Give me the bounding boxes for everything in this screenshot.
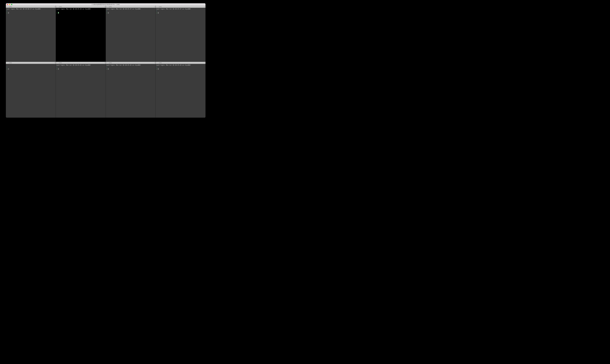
close-tab-icon[interactable]: × xyxy=(106,6,107,7)
tab-strip: × ~ (zsh) ≡ xyxy=(106,6,156,8)
tab-label[interactable]: ~ (zsh) xyxy=(108,6,112,7)
cursor-icon xyxy=(58,12,59,13)
close-tab-icon[interactable]: × xyxy=(56,62,57,63)
tab-strip: × ~ (zsh) ≡ xyxy=(156,62,205,64)
tab-strip: × ~ (zsh) ≡ xyxy=(156,6,205,8)
prompt-tilde: ~ xyxy=(6,10,7,12)
traffic-lights xyxy=(6,4,12,5)
prompt-arrow: → xyxy=(6,12,7,14)
tab-label[interactable]: ~ (zsh) xyxy=(8,62,12,64)
close-tab-icon[interactable]: × xyxy=(156,6,157,7)
login-line: Last login: Mon Jul 30 20:25:42 on ttys0… xyxy=(106,64,141,66)
login-line: Last login: Mon Jul 30 20:25:47 on ttys0… xyxy=(106,8,141,10)
tab-menu-icon[interactable]: ≡ xyxy=(104,6,105,8)
prompt-arrow: → xyxy=(156,12,157,14)
tab-label[interactable]: ~ (zsh) xyxy=(158,62,162,64)
login-line: Last login: Mon Jul 30 20:25:47 on ttys0… xyxy=(156,8,190,10)
cursor-icon xyxy=(108,68,109,70)
terminal-pane-active[interactable]: × ~ (zsh) ≡ Last login: Mon Jul 30 20:25… xyxy=(56,6,106,62)
prompt-tilde: ~ xyxy=(156,66,157,68)
tab-menu-icon[interactable]: ≡ xyxy=(154,62,155,64)
tab-label[interactable]: ~ (zsh) xyxy=(58,6,62,7)
terminal-body[interactable]: Last login: Mon Jul 30 20:25:44 on ttys0… xyxy=(56,8,106,62)
tab-label[interactable]: ~ (zsh) xyxy=(8,6,12,7)
cursor-icon xyxy=(8,12,9,13)
close-tab-icon[interactable]: × xyxy=(56,6,57,7)
prompt-tilde: ~ xyxy=(106,66,107,68)
close-tab-icon[interactable]: × xyxy=(6,6,8,7)
prompt-arrow: → xyxy=(56,68,57,70)
tab-menu-icon[interactable]: ≡ xyxy=(154,6,155,8)
terminal-window: 2. alisonspittel@Alisons-MacBook-Pro: ~ … xyxy=(6,3,205,118)
prompt-arrow: → xyxy=(106,12,107,14)
prompt-arrow: → xyxy=(56,12,57,14)
close-icon[interactable] xyxy=(7,4,8,5)
tab-strip: × ~ (zsh) ≡ xyxy=(6,62,56,64)
terminal-body[interactable]: Last login: Mon Jul 30 20:25:47 on ttys0… xyxy=(106,8,156,62)
minimize-icon[interactable] xyxy=(9,4,10,5)
tab-label[interactable]: ~ (zsh) xyxy=(158,6,162,7)
terminal-pane[interactable]: × ~ (zsh) ≡ ~ → xyxy=(6,62,56,118)
terminal-pane[interactable]: × ~ (zsh) ≡ Last login: Mon Jul 30 19:50… xyxy=(6,6,56,62)
login-line: Last login: Mon Jul 30 20:25:41 on ttys0… xyxy=(56,64,91,66)
terminal-body[interactable]: Last login: Mon Jul 30 20:25:42 on ttys0… xyxy=(106,64,156,118)
terminal-body[interactable]: Last login: Mon Jul 30 19:50:17 on ttys0… xyxy=(6,8,56,62)
terminal-pane[interactable]: × ~ (zsh) ≡ Last login: Mon Jul 30 20:25… xyxy=(56,62,106,118)
prompt-tilde: ~ xyxy=(56,10,57,12)
tab-menu-icon[interactable]: ≡ xyxy=(54,62,55,64)
prompt-arrow: → xyxy=(106,68,107,70)
cursor-icon xyxy=(108,12,109,13)
tab-menu-icon[interactable]: ≡ xyxy=(54,6,55,8)
login-line: Last login: Mon Jul 30 19:50:17 on ttys0… xyxy=(6,8,41,10)
cursor-icon xyxy=(58,68,59,70)
terminal-pane[interactable]: × ~ (zsh) ≡ Last login: Mon Jul 30 20:25… xyxy=(156,6,205,62)
close-tab-icon[interactable]: × xyxy=(156,62,157,63)
tab-label[interactable]: ~ (zsh) xyxy=(108,62,112,64)
prompt-tilde: ~ xyxy=(56,66,57,68)
terminal-body[interactable]: Last login: Mon Jul 30 20:25:47 on ttys0… xyxy=(156,8,205,62)
close-tab-icon[interactable]: × xyxy=(6,62,8,63)
tab-menu-icon[interactable]: ≡ xyxy=(204,6,205,8)
prompt-tilde: ~ xyxy=(156,10,157,12)
terminal-body[interactable]: Last login: Mon Jul 30 20:25:41 on ttys0… xyxy=(56,64,106,118)
tab-strip: × ~ (zsh) ≡ xyxy=(56,6,106,8)
cursor-icon xyxy=(158,68,159,70)
zoom-icon[interactable] xyxy=(11,4,12,5)
tab-strip: × ~ (zsh) ≡ xyxy=(106,62,156,64)
tab-menu-icon[interactable]: ≡ xyxy=(104,62,105,64)
terminal-pane[interactable]: × ~ (zsh) ≡ Last login: Mon Jul 30 20:25… xyxy=(156,62,205,118)
prompt-arrow: → xyxy=(6,68,7,70)
tab-strip: × ~ (zsh) ≡ xyxy=(6,6,56,8)
prompt-tilde: ~ xyxy=(6,66,7,68)
terminal-body[interactable]: ~ → xyxy=(6,64,56,118)
login-line: Last login: Mon Jul 30 20:25:43 on ttys0… xyxy=(156,64,190,66)
tab-strip: × ~ (zsh) ≡ xyxy=(56,62,106,64)
cursor-icon xyxy=(8,68,9,70)
terminal-body[interactable]: Last login: Mon Jul 30 20:25:43 on ttys0… xyxy=(156,64,205,118)
prompt-tilde: ~ xyxy=(106,10,107,12)
terminal-pane[interactable]: × ~ (zsh) ≡ Last login: Mon Jul 30 20:25… xyxy=(106,6,156,62)
pane-grid: × ~ (zsh) ≡ Last login: Mon Jul 30 19:50… xyxy=(6,6,205,118)
close-tab-icon[interactable]: × xyxy=(106,62,107,63)
login-line: Last login: Mon Jul 30 20:25:44 on ttys0… xyxy=(56,8,91,10)
tab-label[interactable]: ~ (zsh) xyxy=(58,62,62,64)
terminal-pane[interactable]: × ~ (zsh) ≡ Last login: Mon Jul 30 20:25… xyxy=(106,62,156,118)
window-title: 2. alisonspittel@Alisons-MacBook-Pro: ~ … xyxy=(6,4,205,5)
window-titlebar[interactable]: 2. alisonspittel@Alisons-MacBook-Pro: ~ … xyxy=(6,3,205,6)
cursor-icon xyxy=(158,12,159,13)
tab-menu-icon[interactable]: ≡ xyxy=(204,62,205,64)
prompt-arrow: → xyxy=(156,68,157,70)
